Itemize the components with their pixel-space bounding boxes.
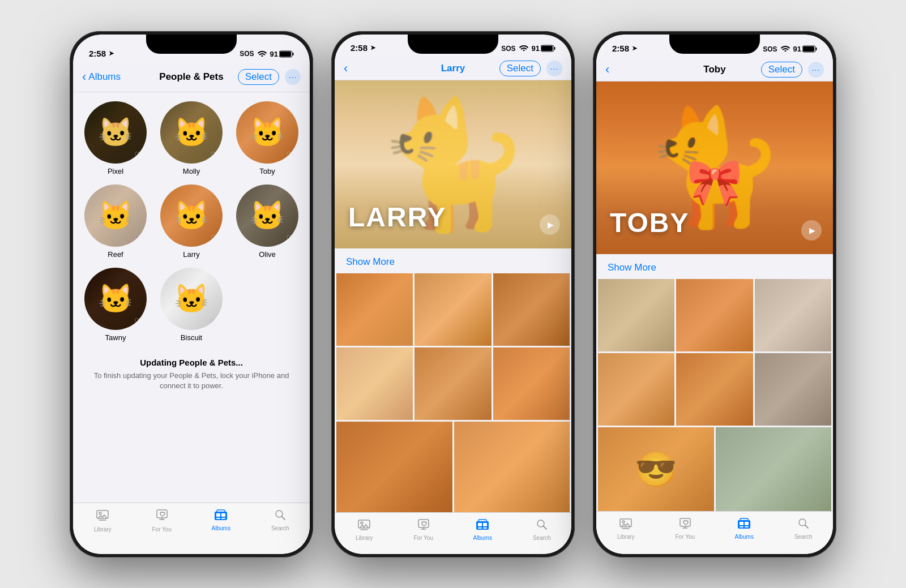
- svg-rect-10: [216, 518, 220, 519]
- tab-bar-1: Library For You: [73, 503, 310, 550]
- photo-grid-toby-2: [596, 351, 833, 426]
- pet-item-molly[interactable]: 🐱 ♡ Molly: [156, 101, 227, 175]
- pet-avatar-pixel[interactable]: 🐱 ♡: [84, 101, 147, 164]
- photo-3-larry[interactable]: [493, 273, 570, 346]
- pet-item-toby[interactable]: 🐱 ♡ Toby: [232, 101, 303, 175]
- pet-item-pixel[interactable]: 🐱 ♡ Pixel: [80, 101, 151, 175]
- pet-name-reef: Reef: [108, 250, 123, 259]
- heart-icon-biscuit: ♡: [210, 316, 218, 327]
- photo-t5[interactable]: [676, 353, 753, 426]
- select-button-1[interactable]: Select: [238, 69, 279, 85]
- pet-item-larry[interactable]: 🐱 ♡ Larry: [156, 184, 227, 259]
- photo-t2[interactable]: [676, 279, 753, 351]
- tab-library-2[interactable]: Library: [335, 518, 394, 541]
- tab-label-foryou-1: For You: [152, 526, 172, 533]
- more-button-3[interactable]: ···: [808, 62, 824, 78]
- photo-7-larry[interactable]: [336, 422, 452, 512]
- page-title-3: Toby: [703, 64, 725, 75]
- battery-3: 91: [793, 45, 817, 53]
- tab-library-1[interactable]: Library: [73, 509, 133, 533]
- svg-line-41: [805, 525, 808, 529]
- tab-search-3[interactable]: Search: [774, 517, 834, 540]
- photo-t8[interactable]: [716, 427, 832, 511]
- safe-area-3: [596, 550, 833, 553]
- pet-item-biscuit[interactable]: 🐱 ♡ Biscuit: [156, 268, 227, 342]
- svg-rect-2: [280, 51, 291, 57]
- tab-foryou-2[interactable]: For You: [394, 518, 454, 541]
- albums-icon-2: [476, 518, 489, 533]
- wifi-icon-3: [781, 45, 790, 53]
- photo-t4[interactable]: [598, 353, 674, 426]
- select-button-3[interactable]: Select: [761, 62, 802, 78]
- pet-name-larry: Larry: [183, 250, 200, 259]
- photo-t6[interactable]: [755, 353, 831, 426]
- play-button-toby[interactable]: ▶: [801, 220, 822, 241]
- heart-icon-toby: ♡: [286, 150, 294, 161]
- pet-item-reef[interactable]: 🐱 ♡ Reef: [80, 184, 151, 259]
- more-button-2[interactable]: ···: [546, 61, 562, 76]
- svg-rect-6: [157, 510, 167, 518]
- photo-1-larry[interactable]: [336, 273, 413, 346]
- photo-t3[interactable]: [755, 279, 831, 351]
- pet-name-olive: Olive: [259, 250, 276, 259]
- photo-t7[interactable]: 😎: [598, 427, 714, 511]
- photo-grid-larry: [335, 273, 571, 420]
- photo-2-larry[interactable]: [414, 273, 491, 346]
- svg-rect-24: [478, 527, 482, 529]
- pet-avatar-larry[interactable]: 🐱 ♡: [160, 184, 223, 247]
- chevron-left-icon-2: ‹: [344, 62, 348, 75]
- battery-2: 91: [532, 44, 555, 53]
- foryou-icon-3: [679, 517, 691, 532]
- tab-search-2[interactable]: Search: [512, 518, 572, 541]
- tab-label-search-1: Search: [271, 525, 289, 531]
- tab-foryou-1[interactable]: For You: [133, 509, 192, 533]
- pet-name-molly: Molly: [183, 167, 200, 175]
- tab-albums-1[interactable]: Albums: [191, 509, 251, 531]
- scroll-area-1[interactable]: 🐱 ♡ Pixel 🐱 ♡ Molly: [73, 92, 310, 503]
- photo-5-larry[interactable]: [414, 347, 491, 420]
- play-button-larry[interactable]: ▶: [540, 214, 560, 235]
- pet-name-tawny: Tawny: [105, 333, 126, 342]
- library-icon-2: [357, 518, 371, 533]
- pet-name-biscuit: Biscuit: [181, 333, 202, 342]
- tab-label-library-1: Library: [94, 526, 112, 533]
- pet-item-olive[interactable]: 🐱 ♡ Olive: [232, 184, 303, 259]
- pet-avatar-tawny[interactable]: 🐱 ♡: [84, 268, 147, 330]
- photo-6-larry[interactable]: [493, 347, 570, 420]
- tab-albums-3[interactable]: Albums: [715, 517, 774, 540]
- pet-avatar-reef[interactable]: 🐱 ♡: [84, 184, 147, 247]
- status-right-1: SOS 91: [240, 50, 294, 58]
- battery-1: 91: [270, 50, 294, 58]
- sos-label-1: SOS: [240, 50, 254, 58]
- show-more-button-larry[interactable]: Show More: [346, 256, 395, 268]
- pet-avatar-molly[interactable]: 🐱 ♡: [160, 101, 223, 164]
- tab-label-foryou-3: For You: [676, 534, 695, 540]
- more-button-1[interactable]: ···: [285, 69, 301, 85]
- photo-8-larry[interactable]: [454, 422, 570, 512]
- tab-library-3[interactable]: Library: [596, 517, 656, 540]
- hero-image-larry[interactable]: 🐈 LARRY ▶: [335, 80, 571, 248]
- pet-avatar-biscuit[interactable]: 🐱 ♡: [160, 268, 223, 330]
- tab-albums-2[interactable]: Albums: [453, 518, 512, 541]
- photo-4-larry[interactable]: [336, 347, 413, 420]
- tab-foryou-3[interactable]: For You: [656, 517, 715, 540]
- location-icon-3: ➤: [632, 45, 637, 52]
- show-more-section-larry: Show More: [335, 248, 571, 273]
- search-icon-3: [797, 517, 810, 532]
- hero-image-toby[interactable]: 🐈 🎀 TOBY ▶: [596, 81, 833, 254]
- pet-avatar-toby[interactable]: 🐱 ♡: [236, 101, 298, 164]
- show-more-button-toby[interactable]: Show More: [608, 262, 656, 273]
- photo-t1[interactable]: [598, 279, 674, 351]
- pet-avatar-olive[interactable]: 🐱 ♡: [236, 184, 298, 247]
- select-button-2[interactable]: Select: [499, 61, 541, 76]
- page-title-2: Larry: [441, 63, 465, 74]
- pet-item-tawny[interactable]: 🐱 ♡ Tawny: [80, 268, 151, 342]
- svg-rect-22: [478, 523, 482, 526]
- back-button-1[interactable]: ‹ Albums: [82, 71, 121, 83]
- nav-bar-3: ‹ Toby Select ···: [596, 58, 833, 81]
- nav-actions-1: Select ···: [238, 69, 301, 85]
- back-button-2[interactable]: ‹: [344, 62, 348, 75]
- photo-grid-row2-larry: [335, 420, 571, 512]
- back-button-3[interactable]: ‹: [605, 63, 609, 76]
- tab-search-1[interactable]: Search: [251, 509, 310, 531]
